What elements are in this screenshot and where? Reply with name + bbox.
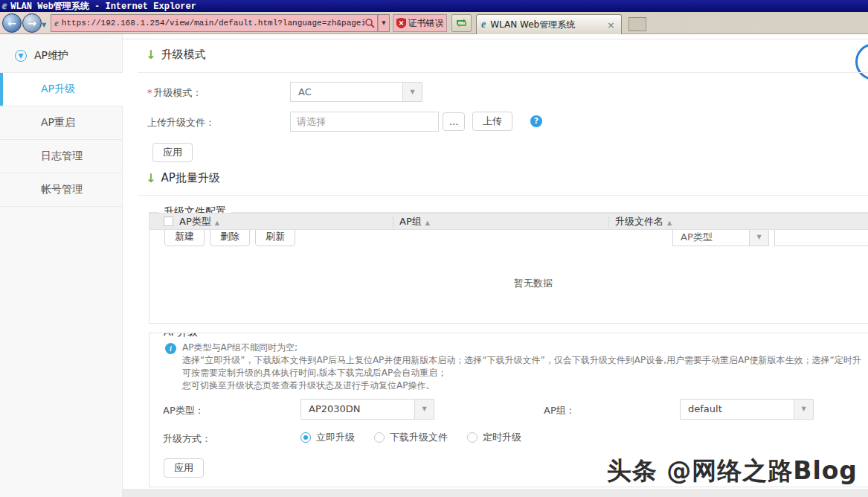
sidebar: ▼ AP维护 AP升级 AP重启 日志管理 帐号管理 — [0, 34, 123, 497]
sort-asc-icon[interactable]: ▲ — [425, 219, 430, 226]
sort-asc-icon[interactable]: ▲ — [667, 219, 672, 226]
divider — [138, 195, 868, 196]
section-arrow-icon[interactable]: ↓ — [146, 50, 155, 60]
divider — [393, 217, 393, 228]
new-tab-button[interactable] — [629, 17, 646, 31]
ie-icon: e — [2, 0, 7, 12]
upgrade-mode-label: *升级模式 : — [147, 86, 199, 100]
upgrade-method-label: 升级方式 : — [163, 432, 208, 446]
page-ie-icon: e — [54, 17, 59, 29]
apply-button-ap-upgrade[interactable]: 应用 — [164, 458, 204, 478]
radio-label[interactable]: 立即升级 — [316, 431, 355, 444]
sidebar-item-account-management[interactable]: 帐号管理 — [0, 173, 123, 207]
sidebar-item-label: 日志管理 — [41, 150, 83, 163]
info-line: 选择“立即升级”，下载版本文件到AP后马上复位AP并使用新版本启动；选择“下载升… — [182, 354, 861, 367]
chevron-down-icon[interactable]: ▼ — [794, 400, 813, 419]
divider — [608, 217, 609, 228]
tab-close-icon[interactable]: × — [605, 19, 617, 31]
back-button[interactable]: ← — [2, 13, 22, 33]
search-icon[interactable] — [364, 18, 375, 28]
fieldset-title: AP升级 — [158, 333, 203, 339]
section-ap-batch-upgrade: ↓ AP批量升级 — [146, 171, 220, 185]
ap-group-select[interactable]: default ▼ — [680, 399, 814, 420]
column-header-ap-group[interactable]: AP组▲ — [399, 214, 430, 231]
info-icon: i — [165, 343, 176, 354]
certificate-error-label: 证书错误 — [408, 17, 444, 30]
radio-label[interactable]: 定时升级 — [483, 431, 521, 444]
refresh-icon — [456, 18, 467, 28]
radio-label[interactable]: 下载升级文件 — [390, 431, 448, 444]
tab-title: WLAN Web管理系统 — [490, 19, 605, 31]
ap-group-label: AP组 : — [544, 404, 572, 417]
upload-file-label: 上传升级文件 : — [147, 116, 212, 129]
filter-type-value: AP类型 — [673, 228, 749, 246]
chevron-down-icon[interactable]: ▼ — [402, 83, 422, 101]
sidebar-group-ap-maintenance[interactable]: ▼ AP维护 — [0, 39, 123, 73]
chevron-down-icon[interactable]: ▼ — [414, 400, 434, 419]
address-bar[interactable]: e — [51, 14, 378, 32]
sort-asc-icon[interactable]: ▲ — [215, 219, 219, 226]
radio-download-upgrade-file[interactable] — [374, 432, 385, 443]
info-line: 您可切换至升级状态页签查看升级状态及进行手动复位AP操作。 — [182, 379, 861, 392]
info-line: 可按需要定制升级的具体执行时间,版本下载完成后AP会自动重启； — [182, 367, 861, 379]
select-all-checkbox[interactable] — [164, 217, 173, 226]
column-header-ap-type[interactable]: AP类型▲ — [179, 214, 219, 231]
window-titlebar: e WLAN Web管理系统 - Internet Explorer — [0, 0, 868, 12]
ap-group-value: default — [681, 400, 794, 419]
nav-dropdown-icon[interactable]: ▼ — [42, 22, 46, 28]
upgrade-method-options: 立即升级 下载升级文件 定时升级 — [300, 431, 541, 444]
apply-button-upgrade-mode[interactable]: 应用 — [152, 143, 193, 162]
required-asterisk: * — [147, 87, 152, 98]
chevron-down-icon[interactable]: ▼ — [749, 228, 768, 246]
divider — [138, 72, 868, 73]
window-title: WLAN Web管理系统 - Internet Explorer — [10, 0, 196, 13]
file-config-fieldset: 升级文件配置 新建 删除 刷新 AP类型 ▼ AP类型▲ AP组▲ — [149, 212, 868, 324]
watermark: 头条 @网络之路Blog — [607, 455, 858, 488]
column-header-upgrade-file[interactable]: 升级文件名▲ — [615, 214, 672, 231]
chevron-down-circle-icon: ▼ — [15, 50, 27, 62]
section-title: 升级模式 — [161, 48, 205, 62]
radio-scheduled-upgrade[interactable] — [467, 432, 478, 443]
sidebar-item-label: 帐号管理 — [41, 183, 83, 196]
forward-button[interactable]: → — [22, 13, 42, 33]
info-text: AP类型与AP组不能同时为空; 选择“立即升级”，下载版本文件到AP后马上复位A… — [182, 342, 861, 392]
info-line: AP类型与AP组不能同时为空; — [182, 342, 861, 354]
sidebar-item-label: AP升级 — [41, 83, 75, 96]
sidebar-group-label: AP维护 — [34, 49, 68, 62]
section-title: AP批量升级 — [161, 171, 219, 185]
avatar — [855, 43, 868, 80]
refresh-button[interactable] — [451, 14, 472, 32]
certificate-error-badge[interactable]: 证书错误 — [393, 14, 447, 32]
table-empty-text: 暂无数据 — [196, 277, 868, 290]
table-header: AP类型▲ AP组▲ 升级文件名▲ — [150, 213, 868, 230]
sidebar-item-log-management[interactable]: 日志管理 — [0, 140, 123, 173]
page-content: ▼ AP维护 AP升级 AP重启 日志管理 帐号管理 ↓ 升级模式 *升级模式 … — [0, 34, 868, 497]
address-dropdown-icon[interactable]: ▼ — [378, 14, 390, 32]
main-panel: ↓ 升级模式 *升级模式 : AC ▼ 上传升级文件 : ... 上传 ? 应用… — [123, 34, 868, 497]
upload-button[interactable]: 上传 — [472, 112, 512, 131]
ap-type-select[interactable]: AP2030DN ▼ — [300, 399, 434, 420]
upgrade-mode-select[interactable]: AC ▼ — [290, 82, 422, 102]
url-input[interactable] — [62, 19, 364, 28]
horizontal-scrollbar[interactable] — [123, 489, 868, 497]
sidebar-item-label: AP重启 — [41, 116, 75, 129]
browse-button[interactable]: ... — [443, 112, 465, 131]
section-upgrade-mode: ↓ 升级模式 — [146, 48, 205, 62]
shield-error-icon — [396, 18, 406, 28]
section-arrow-icon[interactable]: ↓ — [146, 173, 155, 184]
upgrade-mode-value: AC — [291, 83, 402, 101]
tab-ie-icon: e — [481, 19, 486, 31]
ap-type-label: AP类型 : — [163, 404, 201, 417]
upload-file-input[interactable] — [290, 112, 439, 132]
radio-immediate-upgrade[interactable] — [300, 432, 311, 443]
sidebar-item-ap-upgrade[interactable]: AP升级 — [0, 73, 123, 106]
browser-tab[interactable]: e WLAN Web管理系统 × — [476, 14, 622, 34]
ap-type-value: AP2030DN — [301, 400, 414, 419]
help-icon[interactable]: ? — [530, 115, 542, 127]
browser-toolbar: ← → ▼ e ▼ 证书错误 e WLAN Web管理系统 × — [0, 12, 868, 34]
sidebar-item-ap-reboot[interactable]: AP重启 — [0, 106, 123, 140]
